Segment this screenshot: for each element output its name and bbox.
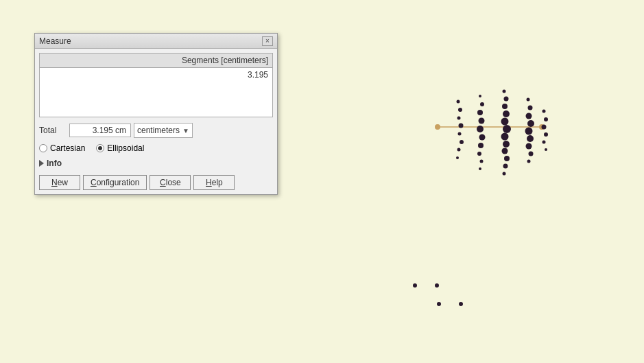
dot bbox=[479, 167, 481, 170]
close-icon[interactable]: × bbox=[262, 36, 273, 46]
total-label: Total bbox=[39, 126, 67, 135]
configuration-button[interactable]: Configuration bbox=[83, 175, 147, 190]
dot bbox=[502, 148, 508, 154]
unit-label: centimeters bbox=[137, 126, 180, 135]
dot bbox=[478, 143, 484, 148]
dot bbox=[479, 134, 486, 141]
dialog-body: Segments [centimeters] 3.195 Total 3.195… bbox=[35, 49, 277, 194]
ellipsoidal-radio[interactable]: Ellipsoidal bbox=[96, 143, 144, 153]
dot bbox=[458, 132, 462, 136]
dialog-title: Measure bbox=[39, 36, 71, 46]
button-row: New Configuration Close Help bbox=[39, 175, 273, 190]
close-button[interactable]: Close bbox=[150, 175, 191, 190]
dot bbox=[503, 90, 506, 93]
dot bbox=[479, 118, 485, 124]
dot bbox=[457, 148, 461, 152]
dot bbox=[459, 302, 463, 306]
cartesian-label: Cartesian bbox=[50, 143, 85, 153]
cartesian-radio-circle bbox=[39, 144, 47, 152]
dot bbox=[528, 106, 533, 110]
dot bbox=[526, 113, 532, 119]
chevron-down-icon: ▼ bbox=[182, 127, 189, 134]
dot bbox=[503, 172, 506, 176]
dot bbox=[480, 160, 484, 163]
dot bbox=[413, 283, 417, 288]
ellipsoidal-label: Ellipsoidal bbox=[107, 143, 144, 153]
dot bbox=[435, 283, 439, 288]
dot bbox=[477, 110, 483, 115]
dot bbox=[457, 100, 460, 104]
dot bbox=[542, 141, 546, 144]
dot bbox=[525, 128, 533, 135]
dot bbox=[503, 110, 510, 117]
dot bbox=[545, 148, 547, 151]
ellipsoidal-radio-circle bbox=[96, 144, 104, 152]
info-row[interactable]: Info bbox=[39, 159, 273, 168]
dot bbox=[504, 156, 510, 161]
dot bbox=[503, 141, 510, 148]
dot bbox=[503, 125, 511, 133]
measure-endpoint-left bbox=[435, 124, 440, 130]
cartesian-radio[interactable]: Cartesian bbox=[39, 143, 85, 153]
dot bbox=[460, 140, 464, 144]
table-content: 3.195 bbox=[39, 68, 273, 117]
unit-dropdown[interactable]: centimeters ▼ bbox=[134, 123, 193, 138]
dot bbox=[527, 120, 534, 127]
dot bbox=[480, 102, 484, 106]
dot bbox=[457, 117, 461, 120]
dot bbox=[544, 132, 548, 137]
dot bbox=[542, 110, 546, 113]
dot bbox=[477, 152, 481, 156]
dot bbox=[458, 108, 462, 112]
dialog-titlebar: Measure × bbox=[35, 34, 277, 49]
help-button[interactable]: Help bbox=[193, 175, 235, 190]
new-button[interactable]: New bbox=[39, 175, 80, 190]
dot bbox=[504, 97, 509, 102]
dot bbox=[503, 164, 508, 169]
measure-dialog: Measure × Segments [centimeters] 3.195 T… bbox=[34, 33, 278, 195]
dot bbox=[542, 125, 547, 130]
dot bbox=[544, 117, 548, 121]
dot bbox=[527, 98, 530, 102]
total-value: 3.195 cm bbox=[69, 124, 131, 137]
dot bbox=[526, 143, 532, 150]
dot bbox=[527, 135, 534, 142]
table-value: 3.195 bbox=[44, 70, 268, 80]
dot bbox=[502, 104, 508, 109]
info-label: Info bbox=[47, 159, 62, 168]
info-expand-icon bbox=[39, 160, 44, 167]
measure-endpoint-right bbox=[539, 124, 545, 130]
dot bbox=[479, 95, 481, 97]
dot bbox=[501, 118, 509, 126]
total-row: Total 3.195 cm centimeters ▼ bbox=[39, 123, 273, 138]
dot bbox=[456, 156, 459, 159]
dot bbox=[459, 124, 464, 128]
dot bbox=[477, 126, 484, 132]
table-header: Segments [centimeters] bbox=[39, 53, 273, 68]
dot bbox=[501, 133, 509, 141]
dot bbox=[437, 302, 441, 306]
dot bbox=[529, 152, 534, 156]
dot bbox=[527, 160, 531, 163]
radio-row: Cartesian Ellipsoidal bbox=[39, 143, 273, 153]
